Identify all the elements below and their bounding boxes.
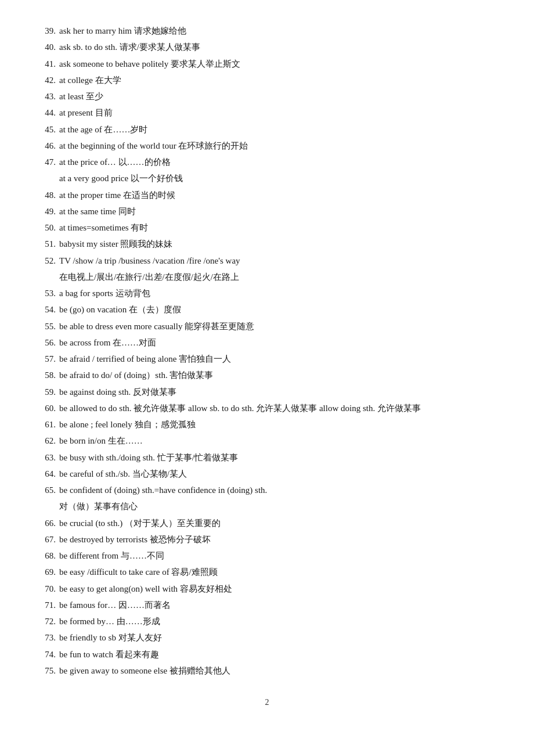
list-item: 48.at the proper time 在适当的时候 <box>35 188 499 203</box>
list-item: 72.be formed by… 由……形成 <box>35 614 499 629</box>
entry-continuation: at a very good price 以一个好价钱 <box>59 171 499 186</box>
list-item: 50.at times=sometimes 有时 <box>35 220 499 235</box>
entry-content: at the same time 同时 <box>59 204 499 219</box>
entry-number: 53. <box>35 286 56 301</box>
entry-content: TV /show /a trip /business /vacation /fi… <box>59 253 499 268</box>
entry-content: at present 目前 <box>59 105 499 120</box>
list-item: 51.babysit my sister 照顾我的妹妹 <box>35 236 499 251</box>
list-item: 47.at the price of… 以……的价格 <box>35 154 499 170</box>
entry-number: 61. <box>35 417 56 432</box>
list-item: 65.be confident of (doing) sth.=have con… <box>35 483 499 498</box>
entry-number: 39. <box>35 23 56 38</box>
entry-number: 44. <box>35 105 56 120</box>
entry-content: be given away to someone else 被捐赠给其他人 <box>59 663 499 678</box>
entry-content: be busy with sth./doing sth. 忙于某事/忙着做某事 <box>59 450 499 465</box>
list-item: 67.be destroyed by terrorists 被恐怖分子破坏 <box>35 532 499 547</box>
list-item: 53.a bag for sports 运动背包 <box>35 286 499 301</box>
entry-content: be confident of (doing) sth.=have confid… <box>59 483 499 498</box>
entry-content: be afraid to do/ of (doing）sth. 害怕做某事 <box>59 368 499 383</box>
entry-number: 67. <box>35 532 56 547</box>
list-item: 41.ask someone to behave politely 要求某人举止… <box>35 56 499 71</box>
entry-number: 65. <box>35 483 56 498</box>
entry-number: 56. <box>35 335 56 350</box>
entry-content: at the price of… 以……的价格 <box>59 154 499 170</box>
list-item: 66.be crucial (to sth.) （对于某人）至关重要的 <box>35 516 499 531</box>
list-item: 39.ask her to marry him 请求她嫁给他 <box>35 23 499 38</box>
entry-content: babysit my sister 照顾我的妹妹 <box>59 236 499 251</box>
entry-content: be crucial (to sth.) （对于某人）至关重要的 <box>59 516 499 531</box>
list-item: 52.TV /show /a trip /business /vacation … <box>35 253 499 268</box>
list-item: 54.be (go) on vacation 在（去）度假 <box>35 302 499 317</box>
entry-number: 43. <box>35 89 56 104</box>
entry-number: 57. <box>35 351 56 366</box>
list-item: 49.at the same time 同时 <box>35 204 499 219</box>
entry-number: 55. <box>35 319 56 334</box>
entry-number: 70. <box>35 581 56 596</box>
entry-number: 48. <box>35 188 56 203</box>
list-item: 55.be able to dress even more casually 能… <box>35 319 499 334</box>
list-item: 44.at present 目前 <box>35 105 499 120</box>
entry-number: 73. <box>35 630 56 645</box>
entry-content: at least 至少 <box>59 89 499 104</box>
entry-number: 62. <box>35 433 56 448</box>
list-item: 61.be alone ; feel lonely 独自；感觉孤独 <box>35 417 499 432</box>
continuation-text: 对（做）某事有信心 <box>59 499 138 514</box>
entry-content: be careful of sth./sb. 当心某物/某人 <box>59 466 499 481</box>
entry-number: 41. <box>35 56 56 71</box>
entry-number: 69. <box>35 564 56 579</box>
entry-content: be friendly to sb 对某人友好 <box>59 630 499 645</box>
list-item: 42.at college 在大学 <box>35 73 499 88</box>
entry-content: ask sb. to do sth. 请求/要求某人做某事 <box>59 39 499 55</box>
entry-number: 46. <box>35 138 56 153</box>
list-item: 58.be afraid to do/ of (doing）sth. 害怕做某事 <box>35 368 499 383</box>
list-item: 62.be born in/on 生在…… <box>35 433 499 448</box>
entry-continuation: 在电视上/展出/在旅行/出差/在度假/起火/在路上 <box>59 269 499 285</box>
entry-content: be destroyed by terrorists 被恐怖分子破坏 <box>59 532 499 547</box>
list-item: 73.be friendly to sb 对某人友好 <box>35 630 499 645</box>
continuation-text: at a very good price 以一个好价钱 <box>59 171 183 186</box>
entry-number: 51. <box>35 236 56 251</box>
entry-number: 52. <box>35 253 56 268</box>
list-item: 60.be allowed to do sth. 被允许做某事 allow sb… <box>35 401 499 416</box>
list-item: 56.be across from 在……对面 <box>35 335 499 350</box>
entry-content: be across from 在……对面 <box>59 335 499 350</box>
list-item: 45.at the age of 在……岁时 <box>35 122 499 137</box>
content: 39.ask her to marry him 请求她嫁给他40.ask sb.… <box>35 23 499 678</box>
continuation-text: 在电视上/展出/在旅行/出差/在度假/起火/在路上 <box>59 269 239 285</box>
entry-content: be (go) on vacation 在（去）度假 <box>59 302 499 317</box>
entry-content: a bag for sports 运动背包 <box>59 286 499 301</box>
entry-number: 72. <box>35 614 56 629</box>
entry-content: be fun to watch 看起来有趣 <box>59 647 499 662</box>
list-item: 68.be different from 与……不同 <box>35 548 499 563</box>
entry-number: 54. <box>35 302 56 317</box>
entry-number: 59. <box>35 384 56 399</box>
list-item: 71.be famous for… 因……而著名 <box>35 597 499 613</box>
entry-number: 45. <box>35 122 56 137</box>
entry-content: be against doing sth. 反对做某事 <box>59 384 499 399</box>
list-item: 74.be fun to watch 看起来有趣 <box>35 647 499 662</box>
list-item: 57.be afraid / terrified of being alone … <box>35 351 499 366</box>
entry-content: at times=sometimes 有时 <box>59 220 499 235</box>
entry-number: 42. <box>35 73 56 88</box>
entry-number: 68. <box>35 548 56 563</box>
entry-content: at the beginning of the world tour 在环球旅行… <box>59 138 499 153</box>
entry-content: be famous for… 因……而著名 <box>59 597 499 613</box>
entry-content: be able to dress even more casually 能穿得甚… <box>59 319 499 334</box>
list-item: 69.be easy /difficult to take care of 容易… <box>35 564 499 579</box>
entry-content: at the proper time 在适当的时候 <box>59 188 499 203</box>
entry-number: 58. <box>35 368 56 383</box>
list-item: 75.be given away to someone else 被捐赠给其他人 <box>35 663 499 678</box>
list-item: 64.be careful of sth./sb. 当心某物/某人 <box>35 466 499 481</box>
entry-number: 74. <box>35 647 56 662</box>
entry-content: at college 在大学 <box>59 73 499 88</box>
entry-content: be easy to get along(on) well with 容易友好相… <box>59 581 499 596</box>
page-number: 2 <box>35 696 499 710</box>
entry-number: 47. <box>35 154 56 170</box>
list-item: 46.at the beginning of the world tour 在环… <box>35 138 499 153</box>
entry-number: 66. <box>35 516 56 531</box>
entry-content: at the age of 在……岁时 <box>59 122 499 137</box>
entry-number: 63. <box>35 450 56 465</box>
entry-number: 71. <box>35 597 56 613</box>
list-item: 63.be busy with sth./doing sth. 忙于某事/忙着做… <box>35 450 499 465</box>
entry-content: be easy /difficult to take care of 容易/难照… <box>59 564 499 579</box>
